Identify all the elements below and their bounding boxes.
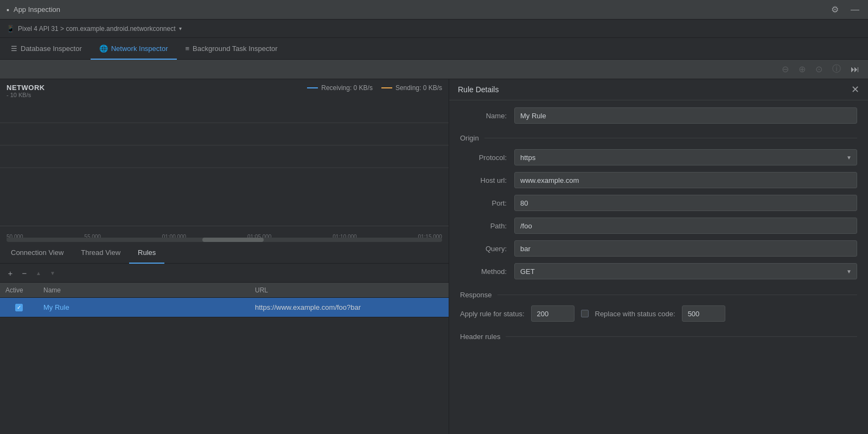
cell-active	[0, 304, 38, 311]
network-legend: Receiving: 0 KB/s Sending: 0 KB/s	[307, 84, 442, 92]
thread-view-label: Thread View	[81, 248, 120, 257]
device-icon: 📱	[7, 25, 15, 33]
move-rule-up-button[interactable]: ▲	[33, 267, 44, 279]
origin-line	[484, 138, 857, 138]
rule-details-body: Name: Origin Protocol: http https ▼	[449, 100, 868, 354]
move-rule-down-button[interactable]: ▼	[47, 267, 59, 279]
col-header-url: URL	[250, 286, 449, 294]
method-select[interactable]: GET POST PUT DELETE PATCH	[514, 263, 857, 279]
tab-thread-view[interactable]: Thread View	[72, 242, 129, 264]
title-bar-left: ▪ App Inspection	[7, 5, 60, 14]
host-url-input[interactable]	[514, 172, 857, 188]
settings-button[interactable]: ⚙	[829, 3, 841, 16]
info-button[interactable]: ⓘ	[830, 62, 843, 76]
title-bar: ▪ App Inspection ⚙ —	[0, 0, 868, 20]
response-line	[497, 295, 857, 295]
query-row: Query:	[460, 240, 857, 257]
app-icon: ▪	[7, 5, 9, 14]
reset-zoom-button[interactable]: ⊙	[813, 63, 825, 75]
protocol-row: Protocol: http https ▼	[460, 149, 857, 166]
port-input[interactable]	[514, 195, 857, 211]
device-info[interactable]: 📱 Pixel 4 API 31 > com.example.android.n…	[7, 25, 182, 33]
network-subtitle: - 10 KB/s	[0, 92, 449, 100]
method-select-wrapper: GET POST PUT DELETE PATCH ▼	[514, 263, 857, 279]
response-status-row: Apply rule for status: Replace with stat…	[460, 305, 857, 322]
response-divider: Response	[460, 291, 857, 299]
background-tab-icon: ≡	[186, 44, 190, 53]
apply-rule-input[interactable]	[531, 305, 575, 322]
receiving-label: Receiving: 0 KB/s	[321, 84, 373, 92]
tab-background[interactable]: ≡ Background Task Inspector	[177, 39, 286, 60]
replace-status-checkbox[interactable]	[581, 310, 589, 317]
tab-bar: ☰ Database Inspector 🌐 Network Inspector…	[0, 38, 868, 60]
legend-sending: Sending: 0 KB/s	[381, 84, 442, 92]
zoom-out-button[interactable]: ⊖	[780, 63, 791, 75]
origin-label: Origin	[460, 134, 479, 142]
cell-url: https://www.example.com/foo?bar	[250, 303, 449, 311]
protocol-select-wrapper: http https ▼	[514, 149, 857, 165]
protocol-select[interactable]: http https	[514, 149, 857, 165]
device-label: Pixel 4 API 31 > com.example.android.net…	[18, 25, 176, 33]
network-title: NETWORK	[7, 84, 45, 92]
query-label: Query:	[460, 245, 514, 253]
tab-rules[interactable]: Rules	[129, 242, 164, 264]
inspector-toolbar: ⊖ ⊕ ⊙ ⓘ ⏭	[0, 60, 868, 79]
path-input[interactable]	[514, 218, 857, 234]
network-header: NETWORK Receiving: 0 KB/s Sending: 0 KB/…	[0, 79, 449, 92]
header-rules-line	[506, 336, 857, 337]
rules-toolbar: + − ▲ ▼	[0, 264, 449, 283]
host-url-row: Host url:	[460, 171, 857, 189]
minimize-button[interactable]: —	[848, 4, 861, 16]
name-label: Name:	[460, 112, 514, 120]
receiving-line	[307, 87, 318, 88]
dropdown-icon: ▾	[179, 25, 182, 31]
remove-rule-button[interactable]: −	[18, 267, 30, 279]
connection-view-label: Connection View	[11, 248, 63, 257]
tab-network[interactable]: 🌐 Network Inspector	[91, 39, 177, 60]
chart-svg	[0, 100, 449, 190]
apply-rule-label: Apply rule for status:	[460, 310, 525, 318]
path-label: Path:	[460, 222, 514, 230]
background-tab-label: Background Task Inspector	[193, 44, 278, 53]
device-bar: 📱 Pixel 4 API 31 > com.example.android.n…	[0, 20, 868, 38]
name-input[interactable]	[514, 107, 857, 124]
path-row: Path:	[460, 217, 857, 234]
cell-name: My Rule	[38, 303, 250, 311]
database-tab-label: Database Inspector	[21, 44, 82, 53]
close-rule-details-button[interactable]: ✕	[851, 85, 859, 94]
app-title: App Inspection	[14, 5, 60, 14]
sending-label: Sending: 0 KB/s	[395, 84, 442, 92]
skip-button[interactable]: ⏭	[848, 63, 861, 75]
rule-details-header: Rule Details ✕	[449, 79, 868, 100]
response-label: Response	[460, 291, 492, 299]
rule-checkbox[interactable]	[15, 304, 23, 311]
chart-area	[0, 100, 449, 187]
header-rules-divider: Header rules	[460, 333, 857, 341]
rules-label: Rules	[138, 248, 156, 257]
timeline: 50.000 55.000 01:00.000 01:05.000 01:10.…	[0, 226, 449, 242]
tab-database[interactable]: ☰ Database Inspector	[2, 39, 91, 60]
database-tab-icon: ☰	[11, 44, 17, 53]
main-content: NETWORK Receiving: 0 KB/s Sending: 0 KB/…	[0, 79, 868, 434]
network-tab-label: Network Inspector	[111, 44, 168, 53]
name-row: Name:	[460, 107, 857, 124]
table-row[interactable]: My Rule https://www.example.com/foo?bar	[0, 298, 449, 317]
network-chart: NETWORK Receiving: 0 KB/s Sending: 0 KB/…	[0, 79, 449, 226]
network-tab-icon: 🌐	[99, 44, 108, 53]
right-panel: Rule Details ✕ Name: Origin Protocol: ht…	[449, 79, 868, 434]
port-row: Port:	[460, 194, 857, 212]
header-rules-label: Header rules	[460, 333, 500, 341]
tab-connection-view[interactable]: Connection View	[2, 242, 72, 264]
sending-line	[381, 87, 392, 88]
host-url-label: Host url:	[460, 176, 514, 184]
replace-input[interactable]	[682, 305, 725, 322]
sub-tabs: Connection View Thread View Rules	[0, 242, 449, 264]
timeline-thumb[interactable]	[202, 238, 263, 242]
zoom-in-button[interactable]: ⊕	[796, 63, 808, 75]
legend-receiving: Receiving: 0 KB/s	[307, 84, 373, 92]
add-rule-button[interactable]: +	[4, 267, 16, 279]
title-bar-right: ⚙ —	[829, 3, 861, 16]
query-input[interactable]	[514, 240, 857, 257]
timeline-scrollbar[interactable]	[7, 238, 442, 242]
col-header-active: Active	[0, 286, 38, 294]
